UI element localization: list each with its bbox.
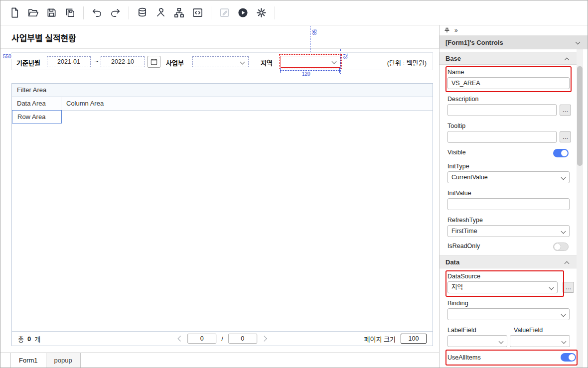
description-more-button[interactable]: …: [560, 105, 571, 116]
pivot-filter-area[interactable]: Filter Area: [12, 84, 433, 97]
isreadonly-label: IsReadOnly: [447, 243, 480, 250]
refreshtype-value: FirstTime: [451, 228, 477, 235]
chevron-down-icon: [240, 60, 245, 65]
redo-icon: [110, 7, 121, 18]
pivot-row-area[interactable]: Row Area: [12, 110, 62, 123]
next-page-button[interactable]: [261, 336, 267, 341]
undo-button[interactable]: [88, 4, 106, 22]
inittype-select[interactable]: CurrentValue: [447, 171, 570, 183]
toolbar-separator: [275, 6, 275, 19]
useallitems-toggle[interactable]: [561, 353, 576, 362]
save-all-button[interactable]: [61, 4, 79, 22]
pivot-column-area[interactable]: Column Area: [61, 97, 433, 110]
guide-top-offset-label: 58: [311, 29, 317, 35]
undo-icon: [91, 7, 103, 18]
open-folder-button[interactable]: [24, 4, 42, 22]
form-design-canvas[interactable]: 사업부별 실적현황 550 58 73 120 기준년월 2021-01 ~ 2…: [0, 25, 440, 368]
refreshtype-label: RefreshType: [447, 217, 483, 224]
labelfield-label: LabelField: [447, 327, 476, 334]
section-data-header[interactable]: Data: [440, 255, 577, 268]
binding-select[interactable]: [447, 308, 570, 320]
new-document-button[interactable]: [5, 4, 24, 22]
chevron-up-icon: [565, 261, 570, 266]
visible-toggle[interactable]: [553, 149, 569, 157]
guide-width-label: 120: [301, 71, 311, 77]
open-folder-icon: [27, 7, 39, 18]
toolbar-separator: [83, 6, 84, 19]
description-label: Description: [447, 96, 479, 103]
section-base-title: Base: [445, 55, 461, 62]
toggle-knob: [554, 244, 561, 250]
edit-button[interactable]: [215, 4, 234, 22]
tooltip-input[interactable]: [447, 131, 557, 143]
binding-label: Binding: [447, 300, 468, 307]
date-from-value: 2021-01: [57, 58, 80, 65]
prev-page-button[interactable]: [178, 336, 183, 341]
redo-button[interactable]: [106, 4, 125, 22]
save-icon: [46, 7, 57, 18]
isreadonly-toggle[interactable]: [553, 243, 569, 251]
controls-header-dropdown[interactable]: [Form1]'s Controls: [440, 36, 588, 49]
section-base-header[interactable]: Base: [440, 52, 577, 65]
inittype-label: InitType: [447, 163, 469, 170]
code-editor-icon: [192, 7, 203, 18]
division-select[interactable]: [192, 56, 249, 67]
panel-scrollbar-thumb[interactable]: [577, 66, 583, 166]
chevron-down-icon: [499, 339, 504, 344]
run-button[interactable]: [234, 4, 252, 22]
datasource-select[interactable]: 지역: [447, 281, 558, 293]
pivot-grid: Filter Area Data Area Column Area Row Ar…: [11, 83, 433, 346]
chevron-down-icon: [332, 59, 337, 64]
description-input[interactable]: [447, 104, 557, 116]
sitemap-button[interactable]: [170, 4, 188, 22]
total-count-group: 총 0 개: [18, 334, 40, 344]
pivot-data-area[interactable]: Data Area: [12, 97, 61, 110]
name-label: Name: [447, 69, 464, 76]
toolbar-separator: [211, 6, 211, 19]
save-button[interactable]: [42, 4, 61, 22]
main-toolbar: [0, 0, 588, 25]
calendar-button[interactable]: [147, 56, 160, 68]
unit-note: (단위 : 백만원): [387, 58, 427, 67]
controls-header-label: [Form1]'s Controls: [445, 39, 503, 46]
date-from-input[interactable]: 2021-01: [47, 56, 91, 67]
valuefield-label: ValueField: [514, 327, 543, 334]
build-tools-button[interactable]: [151, 4, 170, 22]
tooltip-more-button[interactable]: …: [560, 131, 571, 142]
settings-button[interactable]: [252, 4, 271, 22]
region-select-selected[interactable]: [281, 56, 340, 68]
current-page-input[interactable]: 0: [187, 334, 216, 344]
chevron-up-icon: [565, 58, 570, 63]
tab-popup[interactable]: popup: [46, 353, 81, 368]
tooltip-label: Tooltip: [447, 123, 465, 130]
guide-top-line: [310, 26, 310, 52]
filter-bar: 기준년월 2021-01 ~ 2022-10 사업부 지역: [11, 52, 433, 70]
initvalue-label: InitValue: [447, 190, 471, 197]
pin-icon[interactable]: [444, 27, 450, 33]
datasource-label: DataSource: [447, 273, 480, 280]
date-to-input[interactable]: 2022-10: [101, 56, 145, 67]
code-editor-button[interactable]: [188, 4, 207, 22]
database-button[interactable]: [133, 4, 151, 22]
refreshtype-select[interactable]: FirstTime: [447, 225, 570, 237]
toggle-knob: [569, 354, 575, 361]
page-navigator: 0 / 0: [178, 334, 266, 344]
inittype-value: CurrentValue: [451, 174, 488, 181]
tab-form1[interactable]: Form1: [10, 353, 46, 368]
useallitems-label: UseAllItems: [447, 354, 481, 362]
save-all-icon: [64, 7, 76, 18]
valuefield-select[interactable]: [510, 335, 570, 347]
labelfield-select[interactable]: [447, 335, 507, 347]
visible-label: Visible: [447, 149, 466, 156]
name-value: VS_AREA: [451, 80, 480, 87]
guide-left-offset-label: 550: [2, 54, 12, 59]
page-size-input[interactable]: 100: [401, 334, 427, 344]
region-label: 지역: [259, 58, 274, 67]
datasource-more-button[interactable]: …: [563, 282, 574, 293]
name-input[interactable]: VS_AREA: [447, 77, 570, 89]
collapse-panel-icon[interactable]: »: [454, 27, 458, 33]
division-label: 사업부: [164, 58, 185, 67]
date-to-value: 2022-10: [111, 58, 134, 65]
total-label: 총: [18, 334, 24, 344]
initvalue-input[interactable]: [447, 198, 570, 210]
